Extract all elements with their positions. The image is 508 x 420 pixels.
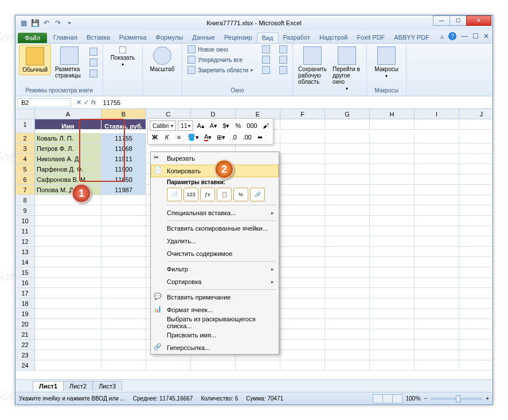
paste-option-3[interactable]: 📋 [217, 188, 232, 201]
cell-A14[interactable] [35, 257, 101, 267]
doc-restore-icon[interactable]: ☐ [472, 32, 479, 40]
col-header-B[interactable]: B [101, 109, 146, 119]
cell-F3[interactable] [280, 143, 325, 154]
cell-G10[interactable] [325, 216, 370, 226]
cell-A17[interactable] [35, 288, 101, 298]
cell-J15[interactable] [459, 267, 493, 278]
ribbon-tab-6[interactable]: Вид [257, 32, 279, 43]
cell-J8[interactable] [459, 195, 493, 205]
cell-B3[interactable]: 11068 [101, 143, 146, 154]
cell-I24[interactable] [415, 360, 459, 371]
cell-H21[interactable] [370, 329, 415, 340]
money-format-icon[interactable]: $▾ [221, 120, 231, 131]
cell-A21[interactable] [35, 329, 101, 340]
cell-G1[interactable] [325, 119, 370, 130]
ribbon-tab-8[interactable]: Надстрой [315, 32, 352, 43]
ctx-hyperlink[interactable]: 🔗Гиперссылка... [151, 341, 279, 354]
comma-icon[interactable]: 000 [245, 120, 259, 131]
cell-F24[interactable] [280, 360, 325, 371]
col-header-H[interactable]: H [370, 109, 415, 119]
cell-H1[interactable] [370, 119, 415, 130]
cell-B15[interactable] [101, 267, 146, 278]
cell-A20[interactable] [35, 319, 101, 329]
cell-I11[interactable] [415, 226, 459, 236]
cell-I4[interactable] [415, 154, 459, 164]
select-all-corner[interactable] [15, 109, 35, 119]
save-icon[interactable]: 💾 [30, 18, 40, 28]
cell-I2[interactable] [415, 133, 459, 143]
col-header-J[interactable]: J [459, 109, 493, 119]
cell-A12[interactable] [35, 236, 101, 247]
cell-F1[interactable] [280, 119, 325, 130]
cell-I14[interactable] [415, 257, 459, 267]
ribbon-tab-10[interactable]: ABBYY PDF [389, 32, 434, 43]
cell-I20[interactable] [415, 319, 459, 329]
cell-B9[interactable] [101, 205, 146, 216]
row-header-12[interactable]: 12 [15, 236, 35, 247]
row-header-5[interactable]: 5 [15, 164, 35, 174]
fill-color-icon[interactable]: 🪣▾ [186, 132, 201, 142]
cell-F2[interactable] [280, 133, 325, 143]
cell-B8[interactable] [101, 195, 146, 205]
ribbon-tab-0[interactable]: Главная [49, 32, 82, 43]
cell-B21[interactable] [101, 329, 146, 340]
inc-decimal-icon[interactable]: .00 [241, 132, 253, 142]
close-button[interactable]: ✕ [466, 15, 491, 26]
paste-option-0[interactable]: 📄 [167, 188, 182, 201]
cell-F15[interactable] [280, 267, 325, 278]
cell-F16[interactable] [280, 278, 325, 288]
cell-G6[interactable] [325, 174, 370, 185]
col-header-I[interactable]: I [415, 109, 459, 119]
cell-J22[interactable] [459, 340, 493, 350]
row-header-22[interactable]: 22 [15, 340, 35, 350]
row-header-7[interactable]: 7 [15, 185, 35, 195]
sheet-tab-2[interactable]: Лист3 [92, 381, 122, 391]
cell-B6[interactable]: 11850 [101, 174, 146, 185]
cell-G7[interactable] [325, 185, 370, 195]
cell-G13[interactable] [325, 247, 370, 257]
cell-I8[interactable] [415, 195, 459, 205]
cell-A13[interactable] [35, 247, 101, 257]
ctx-comment[interactable]: 💬Вставить примечание [151, 291, 279, 304]
format-painter-icon[interactable]: 🖌 [261, 120, 271, 131]
redo-icon[interactable]: ↷ [53, 18, 62, 28]
ctx-delete[interactable]: Удалить... [151, 235, 279, 247]
paste-option-4[interactable]: % [233, 188, 248, 201]
cell-G14[interactable] [325, 257, 370, 267]
cell-F8[interactable] [280, 195, 325, 205]
mini-font[interactable]: Calibri ▾ [150, 120, 176, 131]
cell-E24[interactable] [236, 360, 280, 371]
cell-B17[interactable] [101, 288, 146, 298]
cell-F17[interactable] [280, 288, 325, 298]
row-header-17[interactable]: 17 [15, 288, 35, 298]
cell-B20[interactable] [101, 319, 146, 329]
cell-A24[interactable] [35, 360, 101, 371]
cell-B4[interactable]: 11911 [101, 154, 146, 164]
freeze-panes-button[interactable]: Закрепить области▾ [186, 65, 255, 75]
cell-H22[interactable] [370, 340, 415, 350]
split-button[interactable] [260, 45, 272, 54]
cell-J7[interactable] [459, 185, 493, 195]
ctx-clear[interactable]: Очистить содержимое [151, 247, 279, 260]
cell-G18[interactable] [325, 298, 370, 309]
cell-H11[interactable] [370, 226, 415, 236]
ribbon-small-3[interactable] [88, 69, 99, 78]
font-color-icon[interactable]: A▾ [202, 132, 213, 142]
cell-A9[interactable] [35, 205, 101, 216]
cell-J18[interactable] [459, 298, 493, 309]
ribbon-tab-3[interactable]: Формулы [151, 32, 187, 43]
cell-J2[interactable] [459, 133, 493, 143]
cell-J17[interactable] [459, 288, 493, 298]
ribbon-small-1[interactable] [88, 47, 99, 56]
normal-view-button[interactable]: Обычный [19, 45, 51, 75]
cell-J20[interactable] [459, 319, 493, 329]
sheet-tab-0[interactable]: Лист1 [33, 381, 64, 391]
cell-F20[interactable] [280, 319, 325, 329]
cell-I12[interactable] [415, 236, 459, 247]
row-header-8[interactable]: 8 [15, 195, 35, 205]
doc-min-icon[interactable]: — [461, 32, 468, 40]
cell-I17[interactable] [415, 288, 459, 298]
cell-G22[interactable] [325, 340, 370, 350]
cell-G15[interactable] [325, 267, 370, 278]
switch-windows-button[interactable]: Перейти в другое окно▾ [331, 45, 363, 93]
